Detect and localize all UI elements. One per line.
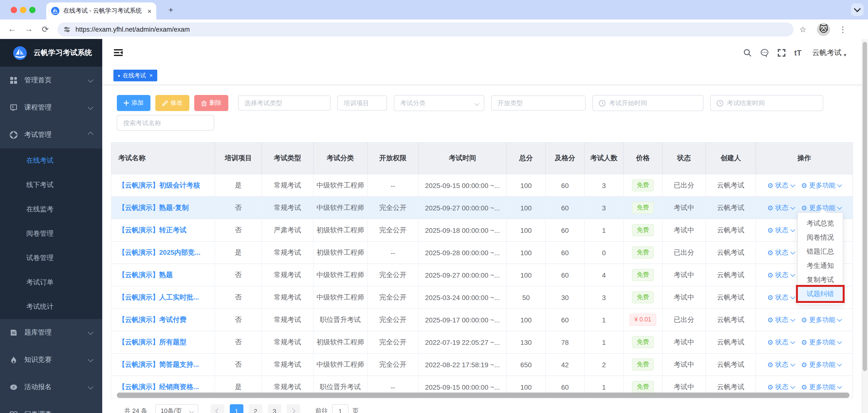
more-functions-button[interactable]: ⚙ 更多功能 (801, 338, 841, 347)
bookmark-star-icon[interactable]: ☆ (799, 25, 806, 34)
sidebar-subitem[interactable]: 阅卷管理 (0, 222, 102, 246)
dropdown-menu-item[interactable]: 考生通知 (798, 259, 843, 273)
exam-name-link[interactable]: 【云帆演示】经销商资格... (118, 383, 199, 390)
browser-menu-icon[interactable]: ⋮ (839, 25, 847, 34)
cell-pass-score: 78 (546, 331, 584, 353)
sidebar-subitem[interactable]: 在线考试 (0, 149, 102, 173)
status-action-button[interactable]: ⚙ 状态 (767, 383, 794, 391)
dropdown-menu-item[interactable]: 阅卷情况 (798, 230, 843, 244)
more-functions-button[interactable]: ⚙ 更多功能 (801, 383, 841, 391)
table-row[interactable]: 【云帆演示】初级会计考核 是 常规考试 中级软件工程师 -- 2025-09-1… (111, 174, 852, 197)
horizontal-scrollbar-thumb[interactable] (117, 392, 849, 398)
browser-profile-avatar[interactable]: 🐱 (817, 23, 830, 36)
end-time-picker[interactable]: 考试结束时间 (710, 95, 823, 111)
status-action-button[interactable]: ⚙ 状态 (767, 360, 794, 369)
table-row[interactable]: 【云帆演示】转正考试 否 严肃考试 初级软件工程师 完全公开 2025-09-1… (111, 219, 852, 241)
sidebar-item-exam-management[interactable]: 考试管理 (0, 121, 102, 149)
sidebar-item-knowledge-contest[interactable]: 知识竞赛 (0, 346, 102, 374)
sidebar-subitem[interactable]: 线下考试 (0, 173, 102, 197)
search-icon[interactable] (743, 48, 752, 57)
tag-close-icon[interactable]: × (150, 72, 153, 79)
page-size-select[interactable]: 10条/页 (155, 404, 198, 413)
dropdown-menu-item[interactable]: 错题汇总 (798, 244, 843, 259)
message-icon[interactable] (760, 48, 769, 57)
goto-page-input[interactable] (332, 404, 348, 413)
exam-name-link[interactable]: 【云帆演示】初级会计考核 (118, 181, 200, 189)
sidebar-item-dashboard[interactable]: 管理首页 (0, 67, 102, 94)
vertical-scrollbar-thumb[interactable] (863, 42, 867, 371)
exam-name-link[interactable]: 【云帆演示】转正考试 (118, 226, 186, 234)
training-project-filter[interactable] (337, 95, 387, 111)
table-row[interactable]: 【云帆演示】熟题-复制 否 常规考试 中级软件工程师 完全公开 2025-09-… (111, 197, 852, 219)
gear-icon: ⚙ (767, 316, 773, 324)
exam-name-link[interactable]: 【云帆演示】考试付费 (118, 315, 186, 323)
dropdown-menu-item[interactable]: 考试总览 (798, 216, 843, 230)
exam-name-link[interactable]: 【云帆演示】熟题 (118, 270, 173, 278)
add-button[interactable]: 添加 (117, 95, 150, 111)
table-row[interactable]: 【云帆演示】简答题支持... 否 常规考试 中级软件工程师 完全公开 2022-… (111, 353, 852, 376)
font-size-icon[interactable]: tT (794, 49, 802, 57)
new-tab-button[interactable]: + (164, 4, 177, 17)
exam-name-link[interactable]: 【云帆演示】2025内部竞... (118, 248, 200, 256)
table-row[interactable]: 【云帆演示】考试付费 否 常规考试 职位晋升考试 完全公开 2025-09-17… (111, 308, 852, 331)
page-button-1[interactable]: 1 (229, 404, 243, 413)
more-functions-button[interactable]: ⚙ 更多功能 (801, 360, 841, 369)
open-type-filter[interactable] (491, 95, 586, 111)
sidebar-item-activity-signup[interactable]: # 活动报名 (0, 374, 102, 401)
window-maximize-button[interactable] (29, 7, 35, 13)
status-action-button[interactable]: ⚙ 状态 (767, 270, 794, 279)
sidebar-item-courses[interactable]: 课程管理 (0, 94, 102, 121)
status-action-button[interactable]: ⚙ 状态 (767, 293, 794, 302)
browser-tab[interactable]: 在线考试 - 云帆学习考试系统 × (46, 2, 156, 20)
page-button-2[interactable]: 2 (249, 404, 262, 413)
window-close-button[interactable] (11, 7, 17, 13)
next-page-button[interactable] (286, 404, 300, 413)
sidebar-subitem[interactable]: 试卷管理 (0, 246, 102, 270)
forward-button[interactable]: → (21, 24, 37, 34)
more-functions-button[interactable]: ⚙ 更多功能 (801, 315, 841, 324)
prev-page-button[interactable] (211, 404, 224, 413)
sidebar-item-question-bank[interactable]: 题库管理 (0, 319, 102, 346)
table-row[interactable]: 【云帆演示】所有题型 否 常规考试 初级软件工程师 完全公开 2022-07-1… (111, 331, 852, 353)
sidebar-collapse-icon[interactable] (114, 48, 123, 57)
table-row[interactable]: 【云帆演示】2025内部竞... 是 常规考试 初级软件工程师 -- 2025-… (111, 241, 852, 264)
status-action-button[interactable]: ⚙ 状态 (767, 203, 794, 212)
back-button[interactable]: ← (4, 24, 21, 34)
dropdown-menu-item[interactable]: 复制考试 (798, 273, 843, 287)
exam-name-link[interactable]: 【云帆演示】熟题-复制 (118, 203, 189, 211)
tab-close-icon[interactable]: × (148, 7, 151, 15)
status-action-button[interactable]: ⚙ 状态 (767, 226, 794, 235)
table-row[interactable]: 【云帆演示】人工实时批... 否 常规考试 中级软件工程师 完全公开 2025-… (111, 286, 852, 308)
start-time-picker[interactable]: 考试开始时间 (592, 95, 704, 111)
exam-type-filter[interactable] (238, 95, 331, 111)
status-action-button[interactable]: ⚙ 状态 (767, 315, 794, 324)
sidebar-subitem[interactable]: 考试统计 (0, 295, 102, 319)
more-functions-button[interactable]: ⚙ 更多功能 (801, 181, 841, 190)
status-action-button[interactable]: ⚙ 状态 (767, 338, 794, 347)
sidebar-subitem[interactable]: 考试订单 (0, 270, 102, 295)
exam-category-select[interactable]: 考试分类 (394, 95, 485, 111)
sidebar-subitem[interactable]: 在线监考 (0, 197, 102, 222)
fullscreen-icon[interactable] (777, 48, 786, 57)
table-row[interactable]: 【云帆演示】熟题 否 常规考试 中级软件工程师 完全公开 2025-09-27 … (111, 264, 852, 286)
browser-toolbar: ← → ⟳ https://exam.yfhl.net/admin/exam/e… (0, 20, 868, 39)
delete-button[interactable]: 删除 (194, 95, 228, 111)
exam-name-link[interactable]: 【云帆演示】所有题型 (118, 338, 186, 346)
tab-search-button[interactable] (851, 3, 864, 16)
window-minimize-button[interactable] (20, 7, 26, 13)
exam-name-link[interactable]: 【云帆演示】简答题支持... (118, 360, 199, 368)
address-bar[interactable]: https://exam.yfhl.net/admin/exam/exam (57, 22, 794, 36)
dropdown-menu-item[interactable]: 试题纠错 (798, 287, 843, 301)
tag-online-exam[interactable]: ● 在线考试 × (114, 70, 157, 81)
user-menu[interactable]: 云帆考试 (812, 48, 841, 57)
reload-button[interactable]: ⟳ (37, 24, 54, 34)
search-exam-name-input[interactable] (117, 115, 214, 130)
status-action-button[interactable]: ⚙ 状态 (767, 248, 794, 257)
exam-name-link[interactable]: 【云帆演示】人工实时批... (118, 293, 199, 301)
site-settings-icon[interactable] (63, 26, 70, 33)
page-button-3[interactable]: 3 (268, 404, 281, 413)
status-action-button[interactable]: ⚙ 状态 (767, 181, 794, 190)
sidebar-item-survey[interactable]: 问卷调查 (0, 401, 102, 413)
edit-button[interactable]: 修改 (155, 95, 189, 111)
cell-exam-time: 2025-09-15 00:00:00 ~... (418, 174, 506, 197)
